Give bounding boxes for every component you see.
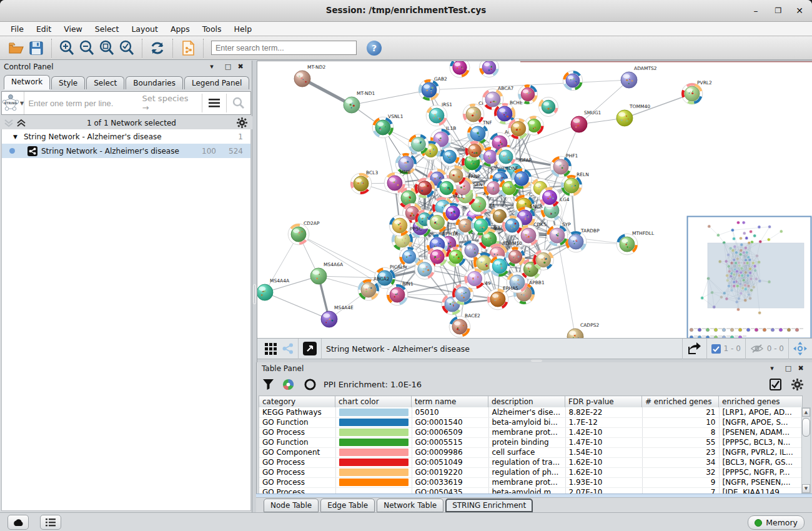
- table-row[interactable]: KEGG Pathways05010Alzheimer's dise...8.8…: [259, 407, 802, 417]
- menu-item-file[interactable]: File: [5, 23, 29, 35]
- tree-expand-icon[interactable]: ▼: [13, 134, 17, 140]
- column-header-enriched-genes[interactable]: enriched genes: [719, 396, 803, 408]
- float-panel-icon[interactable]: ▾: [767, 364, 777, 372]
- open-file-button[interactable]: [6, 38, 26, 58]
- share-view-icon[interactable]: [282, 343, 294, 354]
- tab-node-table[interactable]: Node Table: [264, 499, 319, 512]
- table-vertical-scrollbar[interactable]: ▲ ▼: [801, 407, 811, 494]
- network-node-adamts2[interactable]: ADAMTS2: [621, 66, 657, 89]
- zoom-in-button[interactable]: [57, 38, 77, 58]
- menu-item-help[interactable]: Help: [229, 23, 258, 35]
- column-header---enriched-genes[interactable]: # enriched genes: [642, 396, 719, 408]
- maximize-icon[interactable]: ❐: [771, 4, 786, 17]
- table-row[interactable]: GO ProcessGO:0006509membrane prot...1.42…: [259, 427, 802, 437]
- close-icon[interactable]: ✕: [792, 4, 807, 17]
- menu-item-tools[interactable]: Tools: [197, 23, 227, 35]
- table-row[interactable]: GO ProcessGO:0050435beta-amyloid m...2.0…: [259, 487, 802, 494]
- table-row[interactable]: GO FunctionGO:0005515protein binding1.47…: [259, 437, 802, 447]
- network-node-cadps2[interactable]: CADPS2: [567, 322, 599, 339]
- network-node-vsnl1[interactable]: VSNL1: [371, 114, 404, 140]
- birdseye-viewport-rect[interactable]: [708, 243, 804, 308]
- birdseye-panel[interactable]: [688, 217, 811, 339]
- network-canvas[interactable]: MT-ND2MT-ND1VSNL1GAB2IRS1CHATABCA7BCHEAC…: [257, 61, 812, 338]
- splitter-grip[interactable]: [531, 360, 542, 362]
- ring-chart-icon[interactable]: [304, 379, 316, 390]
- table-row[interactable]: GO ProcessGO:0033619membrane prot...1.93…: [259, 477, 802, 487]
- splitter-grip[interactable]: [253, 284, 256, 304]
- birdseye-toggle-icon[interactable]: [793, 342, 807, 355]
- close-panel-icon[interactable]: ✖: [235, 62, 245, 71]
- pie-chart-icon[interactable]: [282, 379, 294, 390]
- help-icon[interactable]: ?: [367, 41, 382, 56]
- save-session-button[interactable]: [26, 38, 46, 58]
- tab-select[interactable]: Select: [86, 76, 124, 89]
- network-node-tardbp[interactable]: TARDBP: [563, 228, 600, 255]
- network-node-bace2[interactable]: BACE2: [448, 313, 481, 339]
- tab-legend-panel[interactable]: Legend Panel: [184, 76, 249, 89]
- network-graph[interactable]: MT-ND2MT-ND1VSNL1GAB2IRS1CHATABCA7BCHEAC…: [257, 61, 812, 339]
- network-node[interactable]: [477, 61, 502, 79]
- column-header-term-name[interactable]: term name: [412, 396, 488, 408]
- detach-view-icon[interactable]: [303, 342, 317, 355]
- selected-checkbox-icon[interactable]: [711, 344, 721, 354]
- table-row[interactable]: GO ProcessGO:0051049regulation of tra...…: [259, 457, 802, 467]
- undock-panel-icon[interactable]: □: [783, 364, 793, 372]
- set-species-link[interactable]: Set species →: [142, 94, 195, 112]
- query-options-button[interactable]: [202, 92, 226, 114]
- gear-icon[interactable]: [237, 117, 247, 128]
- network-node-abca2[interactable]: ABCA2: [355, 276, 389, 303]
- string-logo-icon[interactable]: STRING ▼: [2, 92, 24, 114]
- search-input[interactable]: [211, 41, 357, 55]
- select-all-checkbox-icon[interactable]: [770, 379, 781, 390]
- expand-all-icon[interactable]: [16, 119, 26, 127]
- tab-network[interactable]: Network: [4, 75, 50, 89]
- network-node[interactable]: [440, 147, 460, 167]
- collapse-all-icon[interactable]: [4, 119, 14, 127]
- float-panel-icon[interactable]: ▾: [207, 62, 217, 71]
- task-list-button[interactable]: [40, 515, 61, 530]
- network-node-mthfdll[interactable]: MTHFDLL: [616, 231, 655, 256]
- network-node-pvrl2[interactable]: PVRL2: [679, 80, 712, 107]
- network-node-irs1[interactable]: IRS1: [425, 102, 452, 127]
- network-node-cd2ap[interactable]: CD2AP: [285, 221, 320, 247]
- column-header-FDR-p-value[interactable]: FDR p-value: [565, 396, 642, 408]
- network-node[interactable]: [538, 97, 558, 116]
- grid-view-icon[interactable]: [265, 343, 277, 355]
- minimize-icon[interactable]: –: [748, 4, 763, 17]
- column-header-description[interactable]: description: [488, 396, 565, 408]
- network-collection-row[interactable]: ▼ String Network - Alzheimer's disease 1: [2, 129, 250, 144]
- zoom-fit-button[interactable]: [97, 38, 117, 58]
- task-history-button[interactable]: [7, 515, 29, 530]
- table-row[interactable]: GO ProcessGO:0019220regulation of ph...1…: [259, 467, 802, 477]
- tab-edge-table[interactable]: Edge Table: [320, 499, 375, 512]
- export-view-icon[interactable]: [687, 342, 702, 355]
- column-header-chart-color[interactable]: chart color: [335, 396, 412, 408]
- string-query-input[interactable]: [24, 99, 142, 108]
- table-row[interactable]: GO ComponentGO:0009986cell surface1.54E-…: [259, 447, 802, 457]
- network-node-epha5[interactable]: EPHA5: [486, 285, 518, 312]
- network-node[interactable]: [437, 178, 456, 197]
- close-panel-icon[interactable]: ✖: [796, 364, 806, 372]
- network-node[interactable]: [448, 61, 471, 79]
- network-node[interactable]: [563, 71, 583, 91]
- menu-item-apps[interactable]: Apps: [165, 23, 196, 35]
- network-node-ms4a6a[interactable]: MS4A6A: [310, 262, 344, 285]
- network-node-mt-nd1[interactable]: MT-ND1: [344, 91, 375, 114]
- tab-style[interactable]: Style: [51, 76, 85, 89]
- network-node-smug1[interactable]: SMUG1: [571, 110, 602, 133]
- refresh-button[interactable]: [147, 38, 167, 58]
- zoom-out-button[interactable]: [77, 38, 97, 58]
- hidden-eye-icon[interactable]: [750, 344, 764, 354]
- menu-item-view[interactable]: View: [58, 23, 88, 35]
- network-row[interactable]: String Network - Alzheimer's disease 100…: [2, 144, 250, 158]
- menu-item-layout[interactable]: Layout: [126, 23, 164, 35]
- menu-item-edit[interactable]: Edit: [31, 23, 57, 35]
- tab-boundaries[interactable]: Boundaries: [126, 76, 183, 89]
- memory-button[interactable]: Memory: [748, 515, 805, 530]
- query-search-button[interactable]: [227, 92, 250, 114]
- network-node-bcl3[interactable]: BCL3: [348, 170, 378, 197]
- filter-icon[interactable]: [263, 379, 274, 390]
- scrollbar-thumb[interactable]: [802, 418, 810, 437]
- table-row[interactable]: GO FunctionGO:0001540beta-amyloid bi...1…: [259, 417, 802, 427]
- network-node-ms4a4a[interactable]: MS4A4A: [257, 278, 290, 301]
